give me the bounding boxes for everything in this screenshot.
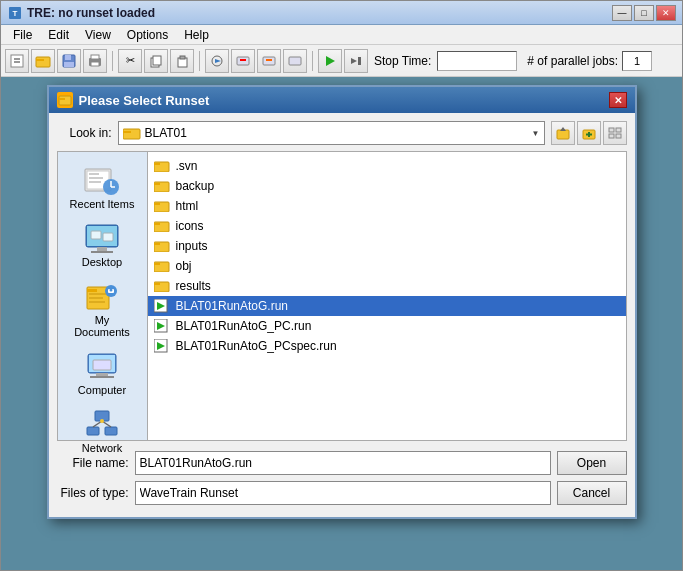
toolbar: ✂ Stop Time: # of parallel jobs: 1 <box>1 45 682 77</box>
filetype-label: Files of type: <box>57 486 129 500</box>
svg-rect-42 <box>89 173 99 175</box>
save-button[interactable] <box>57 49 81 73</box>
menu-help[interactable]: Help <box>176 26 217 44</box>
computer-icon <box>82 350 122 382</box>
sidebar-item-computer[interactable]: Computer <box>62 346 142 400</box>
look-in-controls <box>551 121 627 145</box>
sidebar-item-desktop[interactable]: Desktop <box>62 218 142 272</box>
svg-rect-23 <box>289 57 301 65</box>
parallel-jobs-input[interactable]: 1 <box>622 51 652 71</box>
file-browser: Recent Items <box>57 151 627 441</box>
look-in-label: Look in: <box>57 126 112 140</box>
dialog-body: Look in: BLAT01 ▼ <box>49 113 635 517</box>
svg-rect-39 <box>616 134 621 138</box>
view-options-button[interactable] <box>603 121 627 145</box>
stop-time-input[interactable] <box>437 51 517 71</box>
dialog-icon <box>57 92 73 108</box>
file-item-backup[interactable]: backup <box>148 176 626 196</box>
svg-rect-56 <box>89 293 107 295</box>
stop-time-label: Stop Time: <box>374 54 431 68</box>
stop-button[interactable] <box>344 49 368 73</box>
menu-view[interactable]: View <box>77 26 119 44</box>
svg-rect-64 <box>96 373 108 376</box>
cancel-button[interactable]: Cancel <box>557 481 627 505</box>
file-name: icons <box>176 219 204 233</box>
toolbar-btn-7[interactable] <box>257 49 281 73</box>
run-button[interactable] <box>318 49 342 73</box>
svg-marker-24 <box>326 56 335 66</box>
network-icon <box>82 408 122 440</box>
look-in-dropdown-arrow: ▼ <box>532 129 540 138</box>
cut-button[interactable]: ✂ <box>118 49 142 73</box>
toolbar-btn-8[interactable] <box>283 49 307 73</box>
window-title: TRE: no runset loaded <box>27 6 612 20</box>
menu-options[interactable]: Options <box>119 26 176 44</box>
file-list[interactable]: .svn backup html <box>148 152 626 440</box>
toolbar-btn-6[interactable] <box>231 49 255 73</box>
select-runset-dialog: Please Select Runset ✕ Look in: BLAT01 ▼ <box>47 85 637 519</box>
filename-label: File name: <box>57 456 129 470</box>
file-item-results[interactable]: results <box>148 276 626 296</box>
app-icon: T <box>7 5 23 21</box>
sidebar-item-recent-items[interactable]: Recent Items <box>62 160 142 214</box>
svg-rect-29 <box>123 129 140 139</box>
folder-icon <box>154 219 170 233</box>
window-controls: — □ ✕ <box>612 5 676 21</box>
run-file-icon <box>154 319 170 333</box>
print-button[interactable] <box>83 49 107 73</box>
svg-rect-78 <box>154 203 160 205</box>
file-name: html <box>176 199 199 213</box>
create-folder-button[interactable] <box>577 121 601 145</box>
file-item-svn[interactable]: .svn <box>148 156 626 176</box>
file-item-run3[interactable]: BLAT01RunAtoG_PCspec.run <box>148 336 626 356</box>
minimize-button[interactable]: — <box>612 5 632 21</box>
filetype-select[interactable]: WaveTrain Runset <box>135 481 551 505</box>
close-button[interactable]: ✕ <box>656 5 676 21</box>
dialog-close-button[interactable]: ✕ <box>609 92 627 108</box>
look-in-select[interactable]: BLAT01 ▼ <box>118 121 545 145</box>
svg-rect-84 <box>154 263 160 265</box>
folder-icon <box>154 159 170 173</box>
main-window: T TRE: no runset loaded — □ ✕ File Edit … <box>0 0 683 571</box>
svg-rect-14 <box>153 56 161 65</box>
file-item-run1[interactable]: BLAT01RunAtoG.run <box>148 296 626 316</box>
open-button[interactable]: Open <box>557 451 627 475</box>
sidebar-item-my-documents[interactable]: My Documents <box>62 276 142 342</box>
svg-rect-30 <box>123 131 131 133</box>
svg-rect-6 <box>36 59 44 61</box>
svg-point-72 <box>100 419 104 423</box>
maximize-button[interactable]: □ <box>634 5 654 21</box>
file-name: results <box>176 279 211 293</box>
filename-input[interactable] <box>135 451 551 475</box>
svg-rect-26 <box>358 57 361 65</box>
svg-rect-37 <box>616 128 621 132</box>
svg-rect-44 <box>89 181 101 183</box>
svg-rect-28 <box>59 98 65 100</box>
folder-icon <box>154 179 170 193</box>
sidebar-label-desktop: Desktop <box>82 256 122 268</box>
svg-rect-16 <box>180 56 185 59</box>
svg-rect-53 <box>103 233 113 241</box>
open-button[interactable] <box>31 49 55 73</box>
file-item-inputs[interactable]: inputs <box>148 236 626 256</box>
sidebar-label-my-documents: My Documents <box>66 314 138 338</box>
file-name: BLAT01RunAtoG_PCspec.run <box>176 339 337 353</box>
run-file-icon <box>154 339 170 353</box>
menu-edit[interactable]: Edit <box>40 26 77 44</box>
paste-button[interactable] <box>170 49 194 73</box>
file-item-run2[interactable]: BLAT01RunAtoG_PC.run <box>148 316 626 336</box>
svg-rect-52 <box>91 231 101 239</box>
file-name: .svn <box>176 159 198 173</box>
new-button[interactable] <box>5 49 29 73</box>
file-item-html[interactable]: html <box>148 196 626 216</box>
svg-rect-31 <box>557 130 569 139</box>
file-name: obj <box>176 259 192 273</box>
svg-point-61 <box>110 289 113 292</box>
file-item-obj[interactable]: obj <box>148 256 626 276</box>
menu-file[interactable]: File <box>5 26 40 44</box>
go-up-button[interactable] <box>551 121 575 145</box>
copy-button[interactable] <box>144 49 168 73</box>
file-item-icons[interactable]: icons <box>148 216 626 236</box>
toolbar-btn-5[interactable] <box>205 49 229 73</box>
svg-marker-18 <box>215 59 221 63</box>
